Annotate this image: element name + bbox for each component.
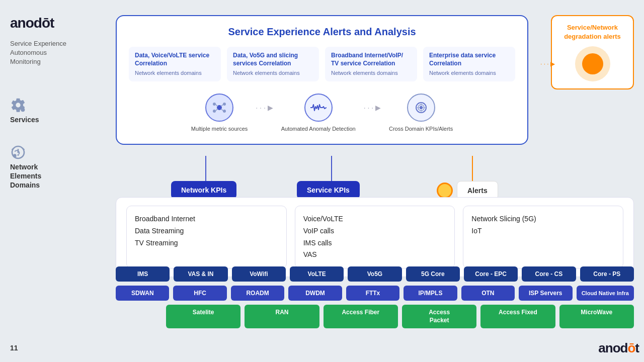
corr-card-1: Data, Vo5G and slicing services Correlat… (227, 47, 319, 81)
svg-line-7 (216, 105, 218, 107)
corr-card-2: Broadband Internet/VoIP/ TV service Corr… (325, 47, 417, 81)
flow-section: Multiple metric sources · · · ▶ Automate… (129, 94, 515, 132)
net-tag-core-epc: Core - EPC (464, 266, 518, 282)
flow-item-anomaly: Automated Anomaly Detection (281, 94, 356, 132)
svg-point-4 (213, 110, 216, 113)
flow-connector-1: · · · ▶ (256, 104, 273, 112)
corr-card-title-1: Data, Vo5G and slicing services Correlat… (233, 52, 313, 67)
service-card-text-2: Network Slicing (5G)IoT (471, 213, 615, 237)
net-tag-vas-in: VAS & IN (174, 266, 227, 282)
corr-card-title-3: Enterprise data service Correlation (429, 52, 509, 67)
anomaly-icon (304, 94, 333, 122)
corr-card-sub-0: Network elements domains (135, 69, 215, 76)
panel-title: Service Experience Alerts and Analysis (129, 26, 515, 38)
corr-card-title-2: Broadband Internet/VoIP/ TV service Corr… (331, 52, 411, 67)
net-tag-isp: ISP Servers (519, 286, 572, 301)
top-panel: Service Experience Alerts and Analysis D… (116, 15, 528, 145)
net-tag-5gcore: 5G Core (406, 266, 460, 282)
net-tag-vowifi: VoWifi (232, 266, 286, 282)
net-tag-volte: VoLTE (290, 266, 344, 282)
net-tag-hfc: HFC (173, 286, 226, 301)
svg-point-1 (13, 154, 17, 157)
corr-card-sub-3: Network elements domains (429, 69, 509, 76)
network-row-1: IMS VAS & IN VoWifi VoLTE Vo5G 5G Core C… (116, 266, 634, 282)
svg-line-10 (221, 109, 223, 111)
net-tag-fttx: FTTx (346, 286, 399, 301)
page-number: 11 (10, 344, 18, 352)
bottom-logo: anodōt (598, 340, 639, 356)
service-kpis-btn-container: Service KPIs (297, 181, 360, 199)
net-tag-core-cs: Core - CS (522, 266, 576, 282)
corr-card-sub-1: Network elements domains (233, 69, 313, 76)
flow-label-crossdomain: Cross Domain KPIs/Alerts (389, 126, 453, 132)
alert-box: Service/Network degradation alerts · · ·… (551, 15, 634, 89)
network-panel: IMS VAS & IN VoWifi VoLTE Vo5G 5G Core C… (116, 266, 634, 328)
net-tag-satelite: Satelite (166, 305, 240, 328)
metrics-svg (212, 100, 227, 115)
net-tag-accessfiber: Access Fiber (324, 305, 398, 328)
logo: anodōt (10, 15, 96, 31)
network-row-3: Satelite RAN Access Fiber AccessPacket A… (116, 305, 634, 328)
service-card-text-0: Broadband InternetData StreamingTV Strea… (135, 213, 278, 249)
svg-line-9 (221, 105, 223, 107)
flow-item-metrics: Multiple metric sources (191, 94, 248, 132)
svg-point-5 (223, 103, 226, 106)
corr-card-0: Data, Voice/VoLTE service Correlation Ne… (129, 47, 221, 81)
flow-item-crossdomain: Cross Domain KPIs/Alerts (389, 94, 453, 132)
flow-label-metrics: Multiple metric sources (191, 126, 248, 132)
flow-connector-2: · · · ▶ (364, 104, 381, 112)
logo-text: anodōt (10, 15, 54, 31)
net-tag-microwave: MicroWave (559, 305, 634, 328)
corr-card-3: Enterprise data service Correlation Netw… (423, 47, 515, 81)
net-tag-accessfixed: Access Fixed (480, 305, 555, 328)
service-card-text-1: Voice/VoLTEVoIP callsIMS callsVAS (303, 213, 447, 261)
anomaly-svg (310, 103, 327, 113)
metrics-icon-container (205, 94, 233, 122)
alert-dots: · · · ▶ (540, 60, 558, 67)
net-tag-core-ps: Core - PS (580, 266, 634, 282)
sidebar-services-label: Services (10, 115, 39, 124)
network-row-2: SDWAN HFC ROADM DWDM FTTx IP/MPLS OTN IS… (116, 286, 634, 301)
sidebar-network-label: NetworkElementsDomains (10, 162, 41, 190)
crossdomain-icon (407, 94, 435, 122)
sidebar-services-section: Services (10, 97, 96, 124)
sidebar: anodōt Service ExperienceAutonomousMonit… (0, 0, 106, 362)
net-tag-roadm: ROADM (231, 286, 284, 301)
bottom-logo-text: anodōt (598, 340, 639, 356)
net-tag-sdwan: SDWAN (116, 286, 169, 301)
net-tag-dwdm: DWDM (288, 286, 342, 301)
alert-box-title: Service/Network degradation alerts (558, 23, 627, 41)
correlation-cards: Data, Voice/VoLTE service Correlation Ne… (129, 47, 515, 81)
target-outer (575, 46, 610, 81)
net-tag-cloudnative: Cloud Native Infra (577, 286, 634, 301)
network-kpis-btn-container: Network KPIs (171, 181, 236, 199)
svg-point-6 (223, 110, 226, 113)
sidebar-subtitle: Service ExperienceAutonomousMonitoring (10, 39, 96, 67)
flow-label-anomaly: Automated Anomaly Detection (281, 126, 356, 132)
net-tag-accesspacket: AccessPacket (402, 305, 476, 328)
sidebar-network-section: NetworkElementsDomains (10, 144, 96, 190)
services-panel: Broadband InternetData StreamingTV Strea… (116, 197, 634, 277)
service-card-2: Network Slicing (5G)IoT (463, 206, 623, 268)
network-kpis-btn[interactable]: Network KPIs (171, 181, 236, 199)
net-tag-vo5g: Vo5G (348, 266, 401, 282)
net-tag-ran: RAN (245, 305, 319, 328)
corr-card-title-0: Data, Voice/VoLTE service Correlation (135, 52, 215, 67)
alert-circle (437, 183, 453, 199)
alert-visual: · · · ▶ (558, 46, 627, 81)
service-card-1: Voice/VoLTEVoIP callsIMS callsVAS (295, 206, 455, 268)
target-inner (582, 53, 603, 74)
kpi-section: ▲ ▲ ▲ Network KPIs Service KPIs (116, 156, 634, 185)
metrics-icon (205, 94, 233, 122)
crossdomain-svg (414, 101, 428, 115)
main-content: Service Experience Alerts and Analysis D… (106, 0, 644, 362)
net-tag-otn: OTN (461, 286, 515, 301)
svg-line-8 (216, 109, 218, 111)
vertical-lines: ▲ ▲ ▲ (116, 156, 634, 181)
net-tag-ims: IMS (116, 266, 170, 282)
service-kpis-btn[interactable]: Service KPIs (297, 181, 360, 199)
corr-card-sub-2: Network elements domains (331, 69, 411, 76)
svg-point-0 (21, 108, 25, 112)
svg-point-3 (213, 103, 216, 106)
satellite-icon (10, 144, 26, 162)
